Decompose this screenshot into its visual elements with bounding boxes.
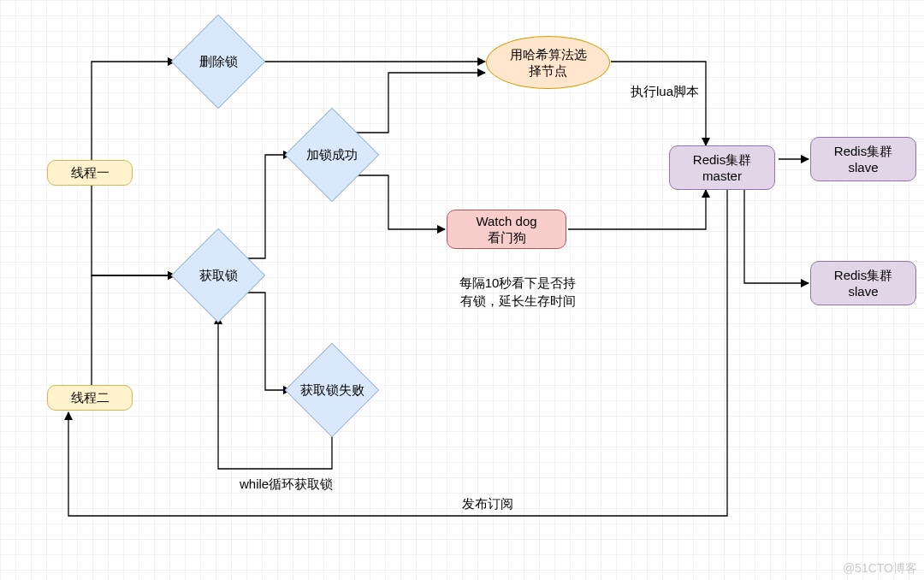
watermark: @51CTO博客 <box>843 561 917 577</box>
execute-lua-label: 执行lua脚本 <box>631 82 699 100</box>
lock-success-label: 加锁成功 <box>306 146 358 163</box>
redis-master-node: Redis集群 master <box>669 145 775 190</box>
lock-fail-decision: 获取锁失败 <box>289 347 375 433</box>
lock-success-decision: 加锁成功 <box>289 112 375 198</box>
redis-slave-2-node: Redis集群 slave <box>810 261 916 305</box>
watchdog-node: Watch dog 看门狗 <box>447 210 566 249</box>
acquire-lock-label: 获取锁 <box>199 267 238 284</box>
thread-2: 线程二 <box>47 385 133 411</box>
hash-select-node: 用哈希算法选 择节点 <box>486 36 610 89</box>
watchdog-desc-label: 每隔10秒看下是否持 有锁，延长生存时间 <box>445 274 590 310</box>
delete-lock-label: 删除锁 <box>199 53 238 70</box>
acquire-lock-decision: 获取锁 <box>175 233 261 318</box>
while-loop-label: while循环获取锁 <box>240 475 333 493</box>
redis-slave-1-node: Redis集群 slave <box>810 137 916 181</box>
pubsub-label: 发布订阅 <box>462 494 513 512</box>
thread-1: 线程一 <box>47 160 133 186</box>
lock-fail-label: 获取锁失败 <box>300 382 364 399</box>
delete-lock-decision: 删除锁 <box>175 19 261 104</box>
